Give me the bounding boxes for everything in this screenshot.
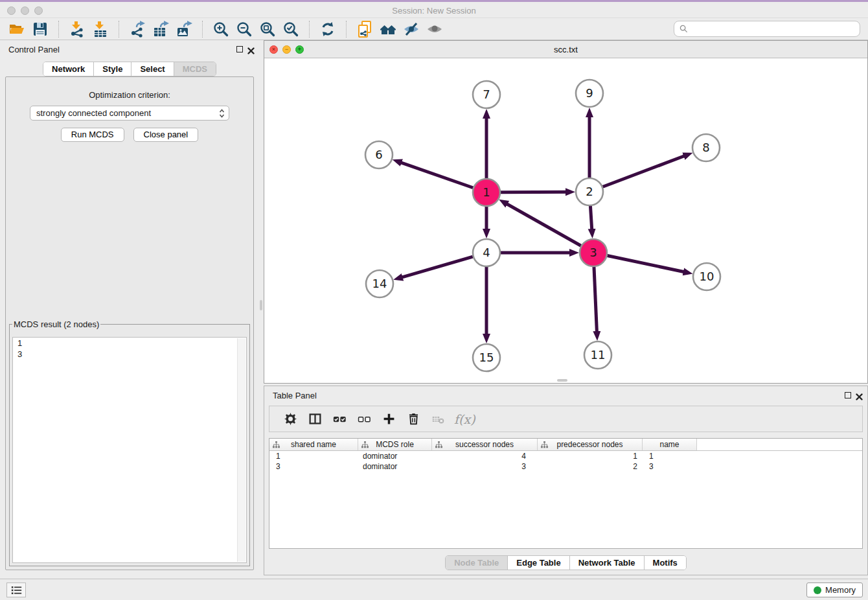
show-hidden-icon[interactable] — [423, 19, 446, 39]
graph-node-label: 15 — [479, 351, 494, 364]
graph-node-label: 4 — [483, 246, 490, 259]
cell-shared-name[interactable]: 1 — [269, 452, 358, 461]
tab-mcds[interactable]: MCDS — [174, 62, 216, 76]
header-filler — [697, 439, 862, 450]
mcds-result-title: MCDS result (2 nodes) — [12, 319, 100, 329]
table-row[interactable]: 3 dominator 3 2 3 — [269, 461, 862, 472]
cell-predecessor-nodes[interactable]: 1 — [538, 452, 643, 461]
graph-node-3[interactable]: 3 — [580, 239, 607, 266]
column-header-predecessor-nodes[interactable]: predecessor nodes — [538, 439, 643, 450]
double-house-icon[interactable] — [376, 19, 400, 39]
graph-node-7[interactable]: 7 — [473, 81, 500, 108]
save-session-icon[interactable] — [29, 19, 52, 39]
search-field[interactable] — [674, 21, 860, 37]
graph-edge-1-6[interactable] — [396, 161, 473, 188]
cell-shared-name[interactable]: 3 — [269, 462, 358, 471]
memory-button[interactable]: Memory — [806, 583, 863, 597]
cell-mcds-role[interactable]: dominator — [358, 452, 432, 461]
network-view-title: scc.txt — [264, 45, 867, 54]
graph-node-6[interactable]: 6 — [365, 141, 393, 168]
close-panel-icon[interactable] — [247, 45, 255, 52]
deselect-all-rows-icon[interactable] — [352, 410, 376, 429]
graph-edge-3-1[interactable] — [503, 202, 581, 246]
column-header-shared-name[interactable]: shared name — [269, 439, 358, 450]
graph-node-1[interactable]: 1 — [473, 179, 500, 206]
tab-network[interactable]: Network — [43, 62, 93, 76]
tab-edge-table[interactable]: Edge Table — [507, 556, 569, 570]
hierarchy-icon — [541, 441, 548, 448]
select-stepper-icon — [219, 108, 225, 121]
tab-network-table[interactable]: Network Table — [569, 556, 644, 570]
apply-layout-icon[interactable] — [316, 19, 339, 39]
mcds-result-box: MCDS result (2 nodes) 1 3 — [9, 319, 250, 566]
float-panel-icon[interactable] — [236, 46, 243, 52]
criterion-select[interactable]: strongly connected component — [30, 106, 229, 121]
graph-edge-3-11[interactable] — [594, 267, 597, 336]
cell-mcds-role[interactable]: dominator — [358, 462, 432, 471]
column-header-mcds-role[interactable]: MCDS role — [358, 439, 432, 450]
column-header-name[interactable]: name — [643, 439, 697, 450]
select-all-rows-icon[interactable] — [327, 410, 352, 429]
graph-edge-4-14[interactable] — [398, 257, 473, 279]
graph-edge-3-10[interactable] — [608, 256, 689, 273]
cell-successor-nodes[interactable]: 3 — [432, 462, 538, 471]
graph-node-8[interactable]: 8 — [692, 134, 720, 161]
panel-splitter-grip[interactable] — [260, 300, 262, 310]
network-view-window: × − + scc.txt 7968124314101511 — [264, 40, 868, 384]
tab-node-table[interactable]: Node Table — [446, 556, 507, 570]
zoom-selected-icon[interactable] — [279, 19, 303, 39]
table-row[interactable]: 1 dominator 4 1 1 — [269, 451, 862, 461]
cell-predecessor-nodes[interactable]: 2 — [538, 462, 643, 471]
canvas-scroll-grip[interactable] — [557, 379, 567, 382]
cell-successor-nodes[interactable]: 4 — [432, 452, 538, 461]
close-table-panel-icon[interactable] — [856, 391, 863, 398]
zoom-out-icon[interactable] — [233, 19, 256, 39]
function-builder-icon[interactable]: f(x) — [454, 412, 475, 426]
cell-name[interactable]: 3 — [643, 462, 697, 471]
hide-selected-icon[interactable] — [400, 19, 423, 39]
add-column-icon[interactable] — [376, 410, 401, 429]
zoom-fit-icon[interactable] — [256, 19, 279, 39]
open-file-icon[interactable] — [5, 19, 29, 39]
graph-edge-2-3[interactable] — [590, 206, 592, 234]
graph-node-14[interactable]: 14 — [366, 270, 393, 297]
gear-icon[interactable] — [278, 410, 303, 429]
float-table-panel-icon[interactable] — [845, 392, 851, 398]
network-window-titlebar[interactable]: × − + scc.txt — [264, 41, 867, 58]
cell-name[interactable]: 1 — [643, 452, 697, 461]
delete-column-icon[interactable] — [401, 410, 426, 429]
tab-style[interactable]: Style — [93, 62, 131, 76]
tab-select[interactable]: Select — [131, 62, 173, 76]
column-header-successor-nodes[interactable]: successor nodes — [432, 439, 538, 450]
delete-table-icon[interactable] — [426, 410, 450, 429]
graph-node-15[interactable]: 15 — [473, 344, 500, 371]
import-table-icon[interactable] — [89, 19, 112, 39]
import-network-icon[interactable] — [65, 19, 89, 39]
mcds-result-line: 3 — [13, 349, 246, 360]
search-input[interactable] — [691, 24, 854, 34]
graph-edge-1-2[interactable] — [501, 192, 571, 192]
graph-node-2[interactable]: 2 — [576, 178, 603, 205]
graph-edge-2-8[interactable] — [603, 154, 689, 187]
export-network-icon[interactable] — [126, 19, 149, 39]
export-image-icon[interactable] — [172, 19, 196, 39]
graph-node-9[interactable]: 9 — [576, 80, 603, 107]
run-mcds-button[interactable]: Run MCDS — [61, 128, 124, 142]
result-scrollbar[interactable] — [237, 338, 246, 562]
close-panel-button[interactable]: Close panel — [133, 128, 199, 142]
table-toolbar: f(x) — [269, 406, 863, 432]
split-panel-icon[interactable] — [303, 410, 327, 429]
graph-node-label: 7 — [483, 87, 490, 101]
control-panel-header: Control Panel — [0, 40, 259, 58]
graph-node-4[interactable]: 4 — [473, 239, 500, 266]
clone-network-icon[interactable] — [353, 19, 376, 39]
graph-node-10[interactable]: 10 — [693, 263, 720, 290]
tab-motifs[interactable]: Motifs — [644, 556, 686, 570]
zoom-in-icon[interactable] — [209, 19, 233, 39]
network-canvas[interactable]: 7968124314101511 — [264, 58, 867, 383]
network-graph[interactable]: 7968124314101511 — [264, 58, 867, 383]
export-table-icon[interactable] — [149, 19, 172, 39]
graph-node-11[interactable]: 11 — [584, 341, 611, 369]
task-history-button[interactable] — [6, 583, 26, 597]
control-panel-title: Control Panel — [8, 45, 60, 54]
